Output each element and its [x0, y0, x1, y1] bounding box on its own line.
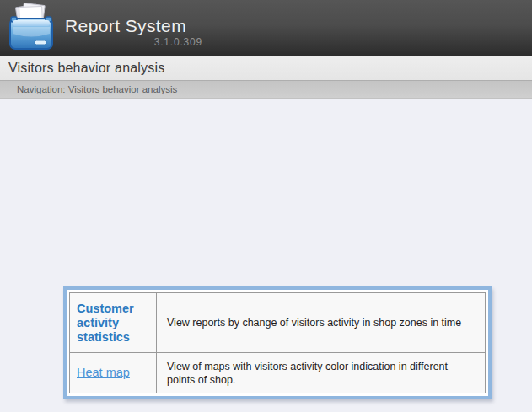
banner-text: Report System 3.1.0.309 [65, 17, 202, 48]
customer-activity-statistics-description: View reports by change of visitors activ… [167, 316, 461, 329]
reports-menu-grid: Customer activity statistics View report… [69, 292, 486, 393]
content-area: Customer activity statistics View report… [0, 99, 532, 412]
breadcrumb-bar: Navigation: Visitors behavior analysis [0, 80, 532, 99]
table-cell-description: View of maps with visitors activity colo… [157, 353, 485, 393]
app-banner: Report System 3.1.0.309 [0, 0, 532, 56]
app-title: Report System [65, 17, 202, 35]
breadcrumb: Navigation: Visitors behavior analysis [17, 84, 177, 94]
document-drawer-icon [8, 3, 55, 53]
app-version: 3.1.0.309 [65, 36, 202, 48]
table-row: Customer activity statistics [70, 293, 157, 353]
reports-menu-table: Customer activity statistics View report… [63, 286, 492, 399]
customer-activity-statistics-link[interactable]: Customer activity statistics [77, 302, 151, 345]
heat-map-link[interactable]: Heat map [77, 366, 130, 380]
heat-map-description: View of maps with visitors activity colo… [167, 360, 471, 387]
table-row: Heat map [70, 353, 157, 393]
table-cell-description: View reports by change of visitors activ… [157, 293, 485, 353]
page-title-bar: Visitors behavior analysis [0, 56, 532, 80]
page-title: Visitors behavior analysis [8, 61, 164, 76]
report-system-window: Report System 3.1.0.309 Visitors behavio… [0, 0, 532, 412]
